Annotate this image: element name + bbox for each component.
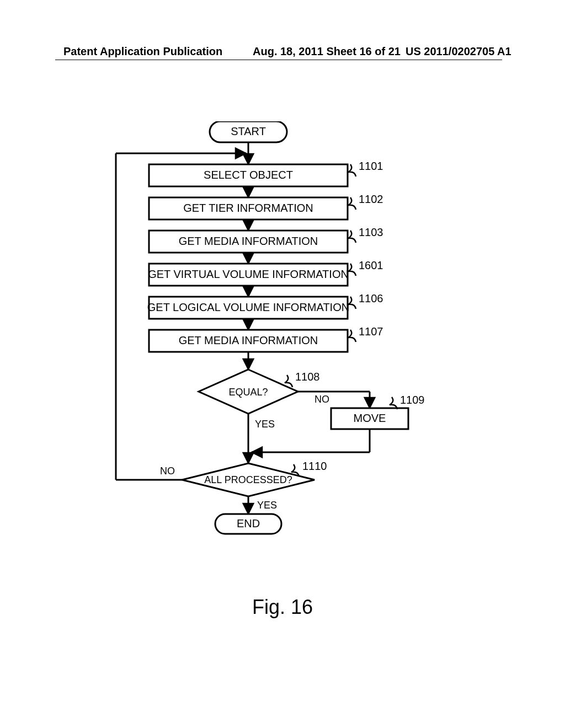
ref-1107: 1107 xyxy=(359,325,383,338)
ref-squiggle xyxy=(348,330,356,342)
terminal-end-label: END xyxy=(237,517,260,529)
ref-1101: 1101 xyxy=(359,160,383,172)
header-left: Patent Application Publication xyxy=(63,45,222,58)
label-no-2: NO xyxy=(160,465,175,477)
step-2-label: GET TIER INFORMATION xyxy=(183,202,313,214)
header-mid: Aug. 18, 2011 Sheet 16 of 21 xyxy=(253,45,401,58)
ref-1601: 1601 xyxy=(359,259,383,271)
ref-1108: 1108 xyxy=(295,371,320,383)
ref-squiggle xyxy=(348,197,356,210)
flowchart: START SELECT OBJECT 1101 GET TIER INFORM… xyxy=(94,121,480,574)
step-6-label: GET MEDIA INFORMATION xyxy=(179,334,318,346)
label-yes-1: YES xyxy=(255,419,275,430)
label-no-1: NO xyxy=(315,394,329,405)
ref-1110: 1110 xyxy=(302,460,327,472)
header-rule xyxy=(55,60,502,60)
step-3-label: GET MEDIA INFORMATION xyxy=(179,235,318,247)
decision-all-processed-label: ALL PROCESSED? xyxy=(204,474,292,485)
ref-1103: 1103 xyxy=(359,226,383,238)
step-4-label: GET VIRTUAL VOLUME INFORMATION xyxy=(148,268,349,280)
step-1-label: SELECT OBJECT xyxy=(204,169,293,181)
ref-1102: 1102 xyxy=(359,193,383,205)
terminal-start-label: START xyxy=(231,125,266,137)
label-yes-2: YES xyxy=(257,500,277,511)
decision-equal-label: EQUAL? xyxy=(228,387,268,398)
ref-1109: 1109 xyxy=(400,394,425,406)
ref-squiggle xyxy=(348,264,356,276)
ref-1106: 1106 xyxy=(359,292,383,304)
step-5-label: GET LOGICAL VOLUME INFORMATION xyxy=(147,301,349,313)
header-right: US 2011/0202705 A1 xyxy=(406,45,511,58)
ref-squiggle xyxy=(348,231,356,243)
step-move-label: MOVE xyxy=(354,412,386,424)
figure-caption: Fig. 16 xyxy=(0,596,565,619)
ref-squiggle xyxy=(348,164,356,176)
